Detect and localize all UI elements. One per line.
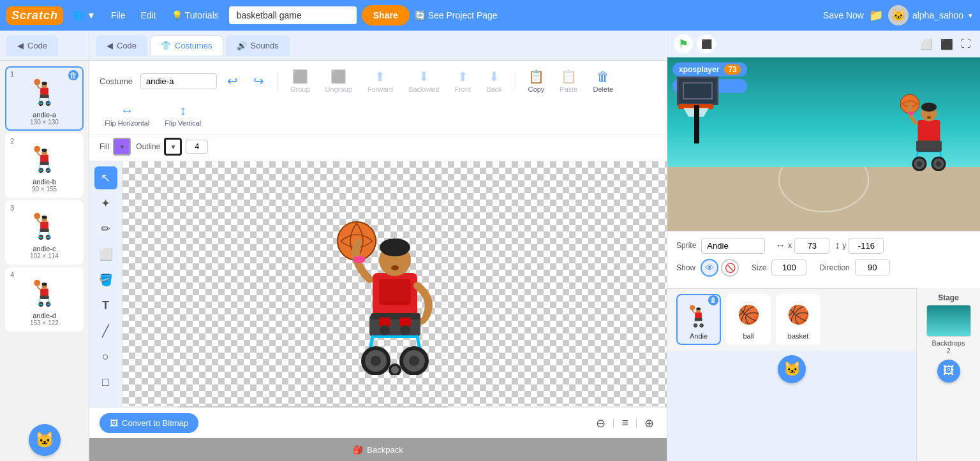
outline-section: Outline ▼ <box>136 138 208 156</box>
back-button[interactable]: ⬇ Back <box>481 66 507 96</box>
svg-point-10 <box>41 149 47 152</box>
sprite-thumb-basket[interactable]: 🏀 basket <box>776 294 820 345</box>
svg-point-24 <box>41 282 47 286</box>
ungroup-button[interactable]: ⬛ Ungroup <box>320 66 357 96</box>
globe-button[interactable]: 🌐 ▼ <box>68 8 101 23</box>
drawing-canvas[interactable] <box>122 161 667 413</box>
tab-code[interactable]: ◀ Code <box>6 35 58 56</box>
copy-button[interactable]: 📋 Copy <box>523 66 550 96</box>
rect-tool-button[interactable]: □ <box>94 370 117 393</box>
flip-vertical-button[interactable]: ↕ Flip Vertical <box>160 101 206 129</box>
backdrops-count: 2 <box>946 347 950 355</box>
code-tab-icon: ◀ <box>17 41 24 50</box>
delete-costume-icon[interactable]: 🗑 <box>68 70 78 80</box>
sprite-trash-icon[interactable]: 🗑 <box>708 295 718 305</box>
costume-item-1[interactable]: 1 🗑 andie-a 130 × 130 <box>5 66 84 131</box>
y-value-input[interactable] <box>849 238 884 254</box>
svg-rect-4 <box>40 94 48 98</box>
edit-menu-button[interactable]: Edit <box>135 8 161 23</box>
stage-thumbnail[interactable] <box>926 305 971 337</box>
add-backdrop-button[interactable]: 🖼 <box>937 360 960 383</box>
costume-item-4[interactable]: 4 andie-d 153 × 122 <box>5 267 84 332</box>
tutorials-button[interactable]: 💡 Tutorials <box>167 8 224 23</box>
delete-button[interactable]: 🗑 Delete <box>588 67 618 96</box>
reshape-tool-button[interactable]: ✦ <box>94 192 117 215</box>
stage-label: Stage <box>938 293 959 302</box>
undo-button[interactable]: ↩ <box>222 71 243 91</box>
sprite-thumb-andie[interactable]: 🗑 Andie <box>676 294 721 345</box>
bitmap-icon: 🖼 <box>110 418 118 428</box>
green-flag-button[interactable]: ⚑ <box>674 34 693 54</box>
y-coord-group: ↕ y <box>835 238 884 254</box>
zoom-reset-button[interactable]: ≡ <box>619 414 631 432</box>
eraser-tool-button[interactable]: ⬜ <box>94 243 117 266</box>
costume-item-3[interactable]: 3 andie-c 102 × 114 <box>5 200 84 265</box>
zoom-in-button[interactable]: ⊕ <box>642 414 657 433</box>
stop-button[interactable]: ⬛ <box>697 34 716 54</box>
delete-icon: 🗑 <box>597 70 609 84</box>
svg-point-45 <box>380 325 390 335</box>
direction-input[interactable] <box>855 260 890 275</box>
backpack-bar[interactable]: 🎒 Backpack <box>89 438 667 461</box>
show-hidden-button[interactable]: 🚫 <box>721 259 739 277</box>
fill-color-swatch[interactable]: ▼ <box>113 138 131 156</box>
paste-button[interactable]: 📋 Paste <box>554 66 583 96</box>
fullscreen-button[interactable]: ⛶ <box>958 36 974 53</box>
see-project-button[interactable]: 🔄 See Project Page <box>415 10 498 20</box>
costumes-tab-icon: 👕 <box>161 41 171 50</box>
fill-tool-button[interactable]: 🪣 <box>94 268 117 291</box>
costume-item-2[interactable]: 2 andie-b 90 × 155 <box>5 133 84 198</box>
svg-rect-61 <box>695 312 702 318</box>
costume-svg <box>26 274 64 309</box>
redo-button[interactable]: ↪ <box>248 71 269 91</box>
show-visible-button[interactable]: 👁 <box>701 259 718 277</box>
costume-list-scroll[interactable]: 1 🗑 andie-a 130 × 130 2 <box>0 61 89 419</box>
convert-to-bitmap-button[interactable]: 🖼 Convert to Bitmap <box>100 413 198 433</box>
svg-point-33 <box>380 238 410 256</box>
scratch-logo[interactable]: Scratch <box>6 6 63 25</box>
select-tool-button[interactable]: ↖ <box>94 166 117 189</box>
forward-button[interactable]: ⬆ Forward <box>362 66 398 96</box>
sprite-thumb-ball[interactable]: 🏀 ball <box>726 294 771 345</box>
backward-icon: ⬇ <box>419 69 429 84</box>
file-menu-button[interactable]: File <box>106 8 131 23</box>
front-button[interactable]: ⬆ Front <box>449 66 476 96</box>
user-menu[interactable]: 🐱 alpha_sahoo ▼ <box>888 5 974 26</box>
svg-point-46 <box>400 325 410 335</box>
costume-name-input[interactable] <box>140 73 217 89</box>
line-tool-button[interactable]: ╱ <box>94 319 117 342</box>
x-value-input[interactable] <box>794 238 829 254</box>
outline-color-swatch[interactable]: ▼ <box>164 138 182 156</box>
add-costume-button[interactable]: 🐱 <box>29 424 61 456</box>
sprite-show-row: Show 👁 🚫 Size Direction <box>676 259 971 277</box>
normal-stage-button[interactable]: ⬛ <box>938 36 956 53</box>
right-bottom-panel: 🗑 Andie 🏀 ball 🏀 basket 🐱 <box>667 288 980 462</box>
project-name-input[interactable] <box>229 6 357 24</box>
ellipse-tool-button[interactable]: ○ <box>94 345 117 368</box>
tab-sounds[interactable]: 🔊 Sounds <box>226 35 290 56</box>
costume-svg <box>26 140 64 175</box>
editor-toolbar: Costume ↩ ↪ ⬛ Group ⬛ Ungroup ⬆ Forward <box>89 61 667 135</box>
folder-button[interactable]: 📁 <box>869 8 883 22</box>
outline-width-input[interactable] <box>186 140 208 154</box>
zoom-out-button[interactable]: ⊖ <box>593 414 608 433</box>
size-input[interactable] <box>771 260 806 275</box>
sprite-thumb-image: 🏀 <box>732 299 764 331</box>
svg-point-53 <box>927 116 931 119</box>
brush-tool-button[interactable]: ✏ <box>94 217 117 240</box>
sprite-name-input[interactable] <box>701 238 765 254</box>
add-sprite-button[interactable]: 🐱 <box>778 355 806 383</box>
sprite-list-area: 🗑 Andie 🏀 ball 🏀 basket 🐱 <box>667 288 916 462</box>
group-button[interactable]: ⬛ Group <box>285 66 315 96</box>
text-tool-button[interactable]: T <box>94 294 117 317</box>
share-button[interactable]: Share <box>362 5 410 26</box>
xposplayer-badge: xposplayer 73 <box>672 62 747 77</box>
backward-button[interactable]: ⬇ Backward <box>403 66 444 96</box>
tab-costumes[interactable]: 👕 Costumes <box>150 35 223 55</box>
forward-icon: ⬆ <box>375 69 385 84</box>
tab-code-main[interactable]: ◀ Code <box>96 35 147 56</box>
costume-item-name: andie-b <box>33 178 56 186</box>
save-now-button[interactable]: Save Now <box>823 10 864 20</box>
flip-horizontal-button[interactable]: ↔ Flip Horizontal <box>100 101 154 129</box>
small-stage-button[interactable]: ⬜ <box>917 36 935 53</box>
